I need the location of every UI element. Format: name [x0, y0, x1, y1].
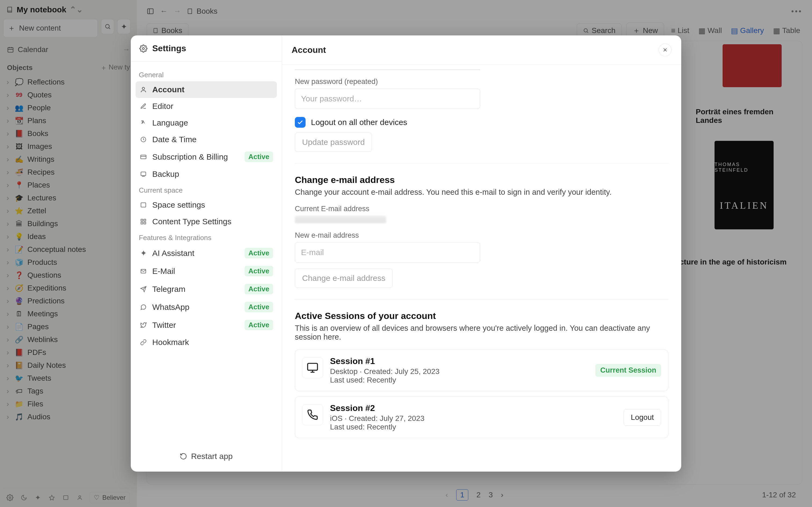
sidebar-item-content-type[interactable]: Content Type Settings [136, 213, 277, 230]
user-icon [139, 86, 147, 94]
clock-icon [139, 135, 147, 144]
telegram-icon [139, 285, 147, 293]
settings-main-body: New password (repeated) Logout on all ot… [282, 65, 681, 471]
sidebar-item-datetime[interactable]: Date & Time [136, 131, 277, 148]
active-badge: Active [245, 284, 273, 294]
svg-rect-11 [141, 172, 146, 176]
svg-point-7 [142, 48, 145, 50]
sidebar-item-twitter[interactable]: Twitter Active [136, 316, 277, 334]
svg-rect-16 [144, 222, 146, 224]
link-icon [139, 338, 147, 346]
divider [295, 299, 668, 299]
sidebar-item-email[interactable]: E-Mail Active [136, 262, 277, 280]
password-input-partial[interactable] [295, 69, 480, 70]
settings-title: Settings [152, 44, 186, 53]
session-card: Session #1 Desktop · Created: July 25, 2… [295, 349, 668, 391]
active-badge: Active [245, 320, 273, 330]
whatsapp-icon [139, 303, 147, 311]
settings-main: Account New password (repeated) Logout o… [282, 36, 681, 471]
restart-app-button[interactable]: Restart app [131, 444, 282, 471]
gear-icon [139, 45, 147, 53]
settings-sidebar: Settings General Account Editor Language… [131, 36, 282, 471]
logout-all-checkbox[interactable] [295, 117, 306, 128]
session-sub: Desktop · Created: July 25, 2023 [330, 367, 588, 376]
refresh-icon [180, 453, 187, 460]
divider [295, 163, 668, 163]
twitter-icon [139, 321, 147, 329]
settings-modal: Settings General Account Editor Language… [131, 36, 681, 471]
session-sub2: Last used: Recently [330, 423, 616, 431]
svg-point-8 [142, 87, 145, 90]
settings-main-header: Account [282, 36, 681, 65]
label-new-email: New e-mail address [295, 231, 668, 239]
active-badge: Active [245, 248, 273, 258]
phone-icon [302, 404, 323, 425]
active-badge: Active [245, 266, 273, 276]
label-new-password-repeated: New password (repeated) [295, 77, 668, 86]
change-email-description: Change your account e-mail address. You … [295, 188, 668, 196]
svg-rect-15 [141, 222, 143, 224]
pencil-icon [139, 102, 147, 110]
change-email-button[interactable]: Change e-mail address [295, 269, 393, 288]
mail-icon [139, 267, 147, 275]
settings-main-title: Account [292, 45, 326, 55]
change-email-heading: Change e-mail address [295, 175, 668, 185]
sidebar-item-telegram[interactable]: Telegram Active [136, 280, 277, 298]
sidebar-item-whatsapp[interactable]: WhatsApp Active [136, 298, 277, 316]
new-email-input[interactable] [295, 242, 480, 263]
desktop-icon [302, 357, 323, 378]
close-button[interactable] [659, 44, 671, 56]
session-card: Session #2 iOS · Created: July 27, 2023 … [295, 396, 668, 438]
language-icon [139, 119, 147, 127]
svg-rect-10 [141, 155, 146, 159]
sidebar-item-editor[interactable]: Editor [136, 98, 277, 115]
session-title: Session #2 [330, 403, 616, 413]
card-icon [139, 153, 147, 161]
sidebar-item-language[interactable]: Language [136, 115, 277, 131]
sidebar-item-account[interactable]: Account [136, 81, 277, 98]
current-email-redacted [295, 216, 386, 223]
close-icon [662, 47, 668, 53]
sidebar-item-backup[interactable]: Backup [136, 166, 277, 182]
svg-rect-12 [141, 203, 146, 207]
active-sessions-description: This is an overview of all devices and b… [295, 324, 668, 341]
sidebar-item-space-settings[interactable]: Space settings [136, 196, 277, 213]
svg-rect-18 [308, 363, 318, 371]
svg-rect-13 [141, 219, 143, 221]
sidebar-item-billing[interactable]: Subscription & Billing Active [136, 148, 277, 166]
backup-icon [139, 170, 147, 178]
active-badge: Active [245, 152, 273, 162]
sidebar-item-ai[interactable]: ✦ AI Assistant Active [136, 244, 277, 262]
session-logout-button[interactable]: Logout [623, 409, 661, 426]
active-sessions-heading: Active Sessions of your account [295, 311, 668, 321]
label-current-email: Current E-mail address [295, 205, 668, 213]
sidebar-item-hookmark[interactable]: Hookmark [136, 334, 277, 351]
sparkle-icon: ✦ [139, 249, 147, 257]
space-icon [139, 201, 147, 209]
settings-header: Settings [131, 36, 282, 62]
new-password-repeated-input[interactable] [295, 89, 480, 109]
session-sub2: Last used: Recently [330, 376, 588, 384]
active-badge: Active [245, 302, 273, 312]
session-title: Session #1 [330, 356, 588, 366]
update-password-button[interactable]: Update password [295, 132, 372, 152]
logout-all-label: Logout on all other devices [311, 118, 407, 127]
current-session-badge: Current Session [595, 364, 661, 377]
group-current-space: Current space [136, 182, 277, 196]
check-icon [297, 119, 303, 125]
group-general: General [136, 67, 277, 81]
content-icon [139, 218, 147, 226]
session-sub: iOS · Created: July 27, 2023 [330, 414, 616, 423]
group-features: Features & Integrations [136, 230, 277, 244]
svg-rect-14 [144, 219, 146, 221]
